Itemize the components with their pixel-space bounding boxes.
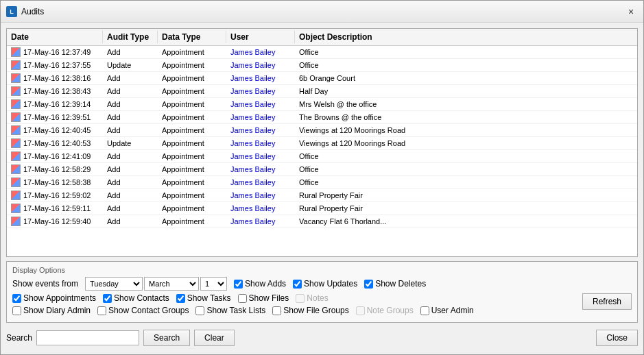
cell-audit-type: Update	[103, 59, 158, 71]
cell-data-type: Appointment	[158, 46, 226, 58]
show-files-label: Show Files	[249, 293, 289, 303]
notes-checkbox	[296, 294, 305, 303]
refresh-button[interactable]: Refresh	[582, 293, 632, 310]
table-row[interactable]: 17-May-16 12:59:02 Add Appointment James…	[7, 189, 637, 202]
month-select[interactable]: JanuaryFebruaryMarchAprilMayJuneJulyAugu…	[144, 277, 199, 291]
show-deletes-checkbox[interactable]	[364, 280, 373, 289]
cell-audit-type: Add	[103, 215, 158, 228]
show-adds-label: Show Adds	[245, 279, 286, 289]
col-date: Date	[7, 31, 103, 43]
table-row[interactable]: 17-May-16 12:39:51 Add Appointment James…	[7, 111, 637, 124]
cell-user: James Bailey	[226, 46, 295, 58]
show-tasks-label: Show Tasks	[187, 293, 231, 303]
close-button[interactable]: Close	[596, 330, 638, 346]
cell-audit-type: Add	[103, 202, 158, 215]
cell-user: James Bailey	[226, 59, 295, 71]
table-row[interactable]: 17-May-16 12:40:45 Add Appointment James…	[7, 124, 637, 137]
cell-data-type: Appointment	[158, 72, 226, 84]
row-icon	[11, 112, 21, 122]
row-icon	[11, 151, 21, 161]
show-task-lists-item: Show Task Lists	[195, 306, 265, 315]
cell-audit-type: Add	[103, 46, 158, 58]
search-bar: Search Search Clear Close	[6, 327, 638, 349]
cell-user: James Bailey	[226, 111, 295, 123]
cell-data-type: Appointment	[158, 176, 226, 188]
row-icon	[11, 217, 21, 226]
cell-data-type: Appointment	[158, 59, 226, 71]
row-icon	[11, 125, 21, 135]
show-task-lists-checkbox[interactable]	[195, 306, 204, 315]
cell-data-type: Appointment	[158, 215, 226, 228]
table-row[interactable]: 17-May-16 12:37:55 Update Appointment Ja…	[7, 59, 637, 72]
show-appointments-checkbox[interactable]	[12, 294, 21, 303]
cell-data-type: Appointment	[158, 163, 226, 175]
cell-audit-type: Add	[103, 72, 158, 84]
show-adds-checkbox[interactable]	[234, 280, 243, 289]
note-groups-checkbox	[356, 306, 365, 315]
cell-user: James Bailey	[226, 124, 295, 136]
col-audit-type: Audit Type	[103, 31, 158, 43]
show-contact-groups-label: Show Contact Groups	[108, 306, 189, 315]
clear-button[interactable]: Clear	[194, 330, 235, 346]
cell-audit-type: Add	[103, 163, 158, 175]
show-tasks-checkbox[interactable]	[176, 294, 185, 303]
user-admin-label: User Admin	[431, 306, 474, 315]
search-button[interactable]: Search	[143, 330, 190, 346]
row-icon	[11, 73, 21, 83]
show-file-groups-checkbox[interactable]	[272, 306, 281, 315]
table-row[interactable]: 17-May-16 12:58:38 Add Appointment James…	[7, 176, 637, 189]
search-input[interactable]	[36, 330, 139, 345]
show-contacts-checkbox[interactable]	[103, 294, 112, 303]
cell-date: 17-May-16 12:58:29	[7, 163, 103, 175]
table-body[interactable]: 17-May-16 12:37:49 Add Appointment James…	[7, 46, 637, 256]
table-row[interactable]: 17-May-16 12:58:29 Add Appointment James…	[7, 163, 637, 176]
user-admin-item: User Admin	[420, 306, 474, 315]
cell-date: 17-May-16 12:59:02	[7, 189, 103, 201]
table-row[interactable]: 17-May-16 12:40:53 Update Appointment Ja…	[7, 137, 637, 150]
user-admin-checkbox[interactable]	[420, 306, 429, 315]
table-row[interactable]: 17-May-16 12:41:09 Add Appointment James…	[7, 150, 637, 163]
table-wrapper: 17-May-16 12:37:49 Add Appointment James…	[7, 46, 637, 256]
cell-data-type: Appointment	[158, 189, 226, 201]
search-label: Search	[6, 333, 32, 343]
cell-user: James Bailey	[226, 72, 295, 84]
cell-date: 17-May-16 12:37:49	[7, 46, 103, 58]
show-adds-checkbox-item: Show Adds	[234, 279, 286, 289]
main-content: Date Audit Type Data Type User Object De…	[1, 23, 643, 354]
show-file-groups-item: Show File Groups	[272, 306, 348, 315]
table-row[interactable]: 17-May-16 12:37:49 Add Appointment James…	[7, 46, 637, 59]
show-task-lists-label: Show Task Lists	[206, 306, 265, 315]
cell-date: 17-May-16 12:39:14	[7, 98, 103, 110]
cell-audit-type: Update	[103, 137, 158, 149]
table-row[interactable]: 17-May-16 12:59:40 Add Appointment James…	[7, 215, 637, 228]
cell-user: James Bailey	[226, 215, 295, 228]
window-close-button[interactable]: ×	[624, 5, 638, 19]
table-row[interactable]: 17-May-16 12:38:43 Add Appointment James…	[7, 85, 637, 98]
row-icon	[11, 99, 21, 109]
table-header: Date Audit Type Data Type User Object De…	[7, 29, 637, 46]
cell-user: James Bailey	[226, 98, 295, 110]
show-updates-checkbox[interactable]	[293, 280, 302, 289]
table-row[interactable]: 17-May-16 12:39:14 Add Appointment James…	[7, 98, 637, 111]
cell-description: Office	[295, 163, 637, 175]
cell-date: 17-May-16 12:40:45	[7, 124, 103, 136]
show-appointments-label: Show Appointments	[23, 293, 96, 303]
day-select[interactable]: MondayTuesdayWednesdayThursdayFridaySatu…	[85, 277, 143, 291]
table-row[interactable]: 17-May-16 12:38:16 Add Appointment James…	[7, 72, 637, 85]
day-num-select[interactable]: 12345678910	[200, 277, 227, 291]
cell-data-type: Appointment	[158, 111, 226, 123]
cell-audit-type: Add	[103, 85, 158, 97]
cell-date: 17-May-16 12:59:40	[7, 215, 103, 228]
show-diary-admin-checkbox[interactable]	[12, 306, 21, 315]
cell-date: 17-May-16 12:40:53	[7, 137, 103, 149]
table-row[interactable]: 17-May-16 12:59:11 Add Appointment James…	[7, 202, 637, 215]
cell-data-type: Appointment	[158, 150, 226, 162]
show-files-checkbox[interactable]	[238, 294, 247, 303]
cell-audit-type: Add	[103, 150, 158, 162]
show-deletes-checkbox-item: Show Deletes	[364, 279, 426, 289]
row-icon	[11, 138, 21, 148]
cell-description: 6b Orange Court	[295, 72, 637, 84]
show-from-label: Show events from	[12, 279, 78, 289]
cell-description: Mrs Welsh @ the office	[295, 98, 637, 110]
show-contact-groups-checkbox[interactable]	[97, 306, 106, 315]
